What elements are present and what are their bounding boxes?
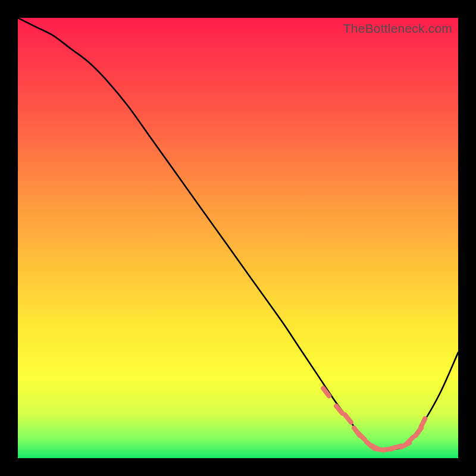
- optimal-marker: [406, 437, 413, 444]
- optimal-marker: [345, 415, 351, 422]
- chart-frame: TheBottleneck.com: [18, 18, 458, 458]
- optimal-marker: [323, 389, 329, 396]
- optimal-range-markers: [323, 389, 425, 450]
- bottleneck-curve: [18, 18, 458, 450]
- optimal-marker: [358, 433, 365, 439]
- bottleneck-curve-layer: [18, 18, 458, 458]
- optimal-marker: [336, 406, 342, 413]
- optimal-marker: [421, 419, 425, 427]
- watermark-text: TheBottleneck.com: [343, 21, 452, 36]
